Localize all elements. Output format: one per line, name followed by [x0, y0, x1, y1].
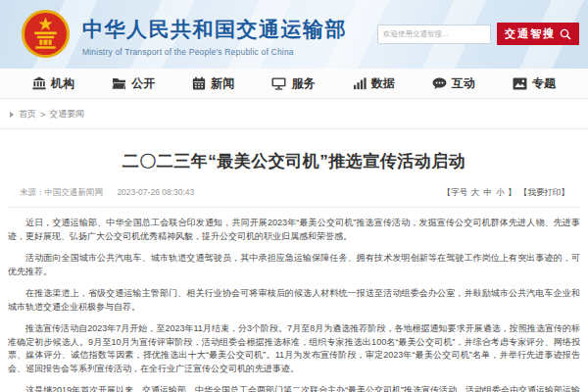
site-header: 中华人民共和国交通运输部 Ministry of Transport of th…	[0, 0, 588, 69]
nav-item-fuwu[interactable]: 服务	[271, 75, 315, 92]
nav-item-gongkai[interactable]: 公开	[112, 75, 155, 92]
article: 二〇二三年“最美公交司机”推选宣传活动启动 来源：中国交通新闻网 2023-07…	[0, 150, 588, 392]
article-paragraph: 在推选渠道上，省级交通运输主管部门、相关行业协会可将审核后的候选人材料统一报送至…	[8, 287, 580, 314]
article-datetime: 2023-07-26 08:30:43	[117, 187, 194, 197]
article-paragraph: 推选宣传活动自2023年7月开始，至2023年11月结束，分3个阶段。7月至8月…	[8, 322, 580, 375]
bar-chart-icon	[353, 77, 367, 90]
nav-item-label: 互动	[452, 75, 475, 92]
site-title: 中华人民共和国交通运输部	[82, 16, 347, 43]
font-size-label: 【字号	[443, 187, 468, 197]
article-paragraph: 近日，交通运输部、中华全国总工会联合印发通知，共同开展2023年“最美公交司机”…	[8, 217, 580, 243]
article-title: 二〇二三年“最美公交司机”推选宣传活动启动	[8, 150, 580, 172]
nav-item-label: 公开	[131, 75, 155, 92]
search-input[interactable]	[377, 24, 491, 44]
nav-item-shuju[interactable]: 数据	[353, 75, 395, 92]
breadcrumb: 首页 > 交通要闻	[0, 99, 588, 129]
search-button-label: 交通智搜	[505, 26, 556, 41]
searchbar: 交通智搜	[377, 23, 579, 45]
breadcrumb-separator: >	[40, 110, 45, 120]
breadcrumb-current-link[interactable]: 交通要闻	[49, 108, 84, 121]
monitor-icon	[271, 77, 286, 90]
triangle-bullet-icon	[10, 112, 14, 118]
article-paragraph: 这是继2019年首次开展以来，交通运输部、中华全国总工会两部门第二次联合主办“最…	[8, 384, 580, 392]
font-size-large[interactable]: 大	[471, 187, 480, 197]
calendar-icon	[192, 76, 206, 90]
chat-icon	[432, 77, 447, 90]
article-meta-left: 来源：中国交通新闻网 2023-07-26 08:30:43	[20, 187, 194, 199]
font-size-small[interactable]: 小	[496, 187, 505, 197]
magnifier-icon	[560, 28, 571, 40]
nav-item-zhuanti[interactable]: 专题	[513, 75, 556, 92]
nav-item-label: 新闻	[211, 75, 234, 92]
font-size-medium[interactable]: 中	[483, 187, 492, 197]
nav-item-jigou[interactable]: 机构	[32, 75, 74, 92]
breadcrumb-home-link[interactable]: 首页	[19, 108, 36, 121]
national-emblem-icon	[22, 10, 70, 58]
site-subtitle: Ministry of Transport of the People's Re…	[82, 47, 347, 57]
article-paragraph: 活动面向全国城市公共汽电车、城市轨道交通驾驶员，其中承担应急运输保障任务、拥有技…	[8, 252, 580, 278]
search-button[interactable]: 交通智搜	[497, 23, 579, 45]
print-button[interactable]: 【我要打印】	[519, 187, 569, 197]
nav-item-label: 服务	[291, 75, 315, 92]
article-source: 来源：中国交通新闻网	[20, 187, 103, 197]
bank-icon	[32, 76, 46, 90]
nav-item-hudong[interactable]: 互动	[432, 75, 475, 92]
font-size-label-close: 】	[508, 187, 516, 197]
brand: 中华人民共和国交通运输部 Ministry of Transport of th…	[82, 16, 347, 57]
article-body: 近日，交通运输部、中华全国总工会联合印发通知，共同开展2023年“最美公交司机”…	[8, 217, 580, 392]
page: 中华人民共和国交通运输部 Ministry of Transport of th…	[0, 0, 588, 392]
nav-item-label: 机构	[51, 75, 74, 92]
article-meta-right: 【字号 大 中 小 】 【我要打印】	[443, 187, 570, 199]
nav-item-label: 专题	[532, 75, 556, 92]
nav-item-label: 数据	[371, 75, 395, 92]
image-icon	[513, 77, 527, 90]
nav-item-xinwen[interactable]: 新闻	[192, 75, 234, 92]
article-meta: 来源：中国交通新闻网 2023-07-26 08:30:43 【字号 大 中 小…	[8, 187, 580, 208]
folder-icon	[112, 77, 126, 90]
main-nav: 机构 公开 新闻	[0, 69, 588, 99]
